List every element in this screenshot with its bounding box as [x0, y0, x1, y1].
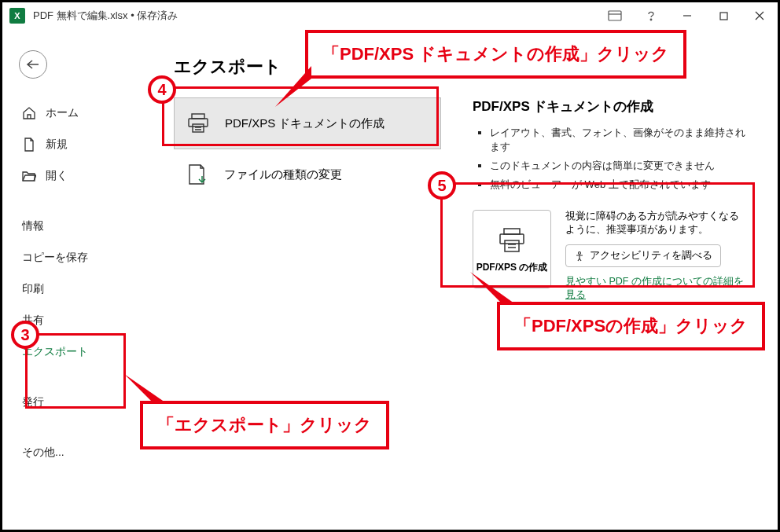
annotation-badge-5: 5 [428, 171, 456, 200]
annotation-label-export: 「エクスポート」クリック [140, 401, 389, 449]
annotation-badge-4: 4 [148, 75, 176, 104]
annotation-badge-3: 3 [11, 321, 39, 349]
annotation-label-pdfxps-doc: 「PDF/XPS ドキュメントの作成」クリック [305, 30, 686, 79]
annotation-pointer-4 [270, 63, 318, 110]
annotation-label-pdfxps-create: 「PDF/XPSの作成」クリック [497, 302, 765, 350]
svg-marker-11 [275, 66, 311, 107]
